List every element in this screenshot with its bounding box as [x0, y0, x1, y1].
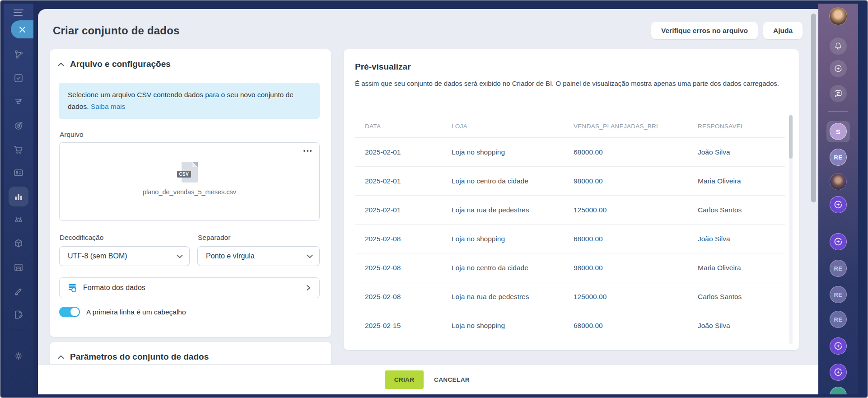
chat-transfer-button[interactable]: [830, 85, 847, 102]
cell-loja: Loja no centro da cidade: [452, 264, 574, 272]
cart-icon[interactable]: [13, 144, 24, 155]
more-options-icon[interactable]: [301, 146, 314, 155]
workspace-re-avatar[interactable]: RE: [830, 311, 847, 328]
file-settings-card: Arquivo e configurações Selecione um arq…: [50, 49, 331, 337]
cell-loja: Loja na rua de pedestres: [452, 206, 574, 214]
ai-swirl-icon: [833, 367, 844, 378]
data-format-icon: [68, 283, 77, 292]
section-title: Parâmetros do conjunto de dados: [70, 352, 209, 362]
first-row-header-toggle[interactable]: [59, 307, 80, 317]
share-network-icon[interactable]: [13, 49, 24, 60]
cell-loja: Loja no shopping: [452, 148, 574, 156]
cell-vendas: 125000.00: [574, 206, 698, 214]
notifications-button[interactable]: [830, 37, 847, 55]
workspace-re-avatar[interactable]: RE: [830, 149, 847, 166]
app-window: Criar conjunto de dados Verifique erros …: [0, 0, 868, 398]
close-button[interactable]: [11, 20, 33, 38]
app-logo-button[interactable]: [830, 337, 847, 355]
cell-vendas: 68000.00: [574, 322, 698, 330]
encoding-label: Decodificação: [60, 234, 103, 242]
data-format-button[interactable]: Formato dos dados: [59, 277, 320, 298]
learn-more-link[interactable]: Saiba mais: [91, 103, 126, 110]
cell-responsavel: Maria Oliveira: [698, 264, 785, 272]
cell-responsavel: João Silva: [698, 322, 785, 330]
cell-vendas: 125000.00: [574, 293, 698, 301]
cell-vendas: 98000.00: [574, 177, 698, 185]
close-icon: [19, 26, 26, 33]
pencil-icon[interactable]: [13, 286, 24, 297]
create-dataset-modal: Criar conjunto de dados Verifique erros …: [38, 9, 818, 394]
cell-data: 2025-02-01: [365, 148, 452, 156]
modal-footer: CRIAR CANCELAR: [38, 364, 818, 394]
checkbox-icon[interactable]: [13, 73, 24, 84]
create-button[interactable]: CRIAR: [385, 370, 424, 389]
cell-loja: Loja no shopping: [452, 235, 574, 243]
csv-badge: CSV: [177, 171, 191, 178]
page-scrollbar-thumb[interactable]: [811, 14, 816, 202]
chevron-up-icon: [58, 62, 64, 66]
teal-app-button[interactable]: [830, 387, 847, 394]
preview-title: Pré-visualizar: [355, 62, 411, 72]
separator-label: Separador: [198, 234, 230, 242]
uploaded-file: CSV plano_de_vendas_5_meses.csv: [60, 162, 319, 196]
separator-select[interactable]: Ponto e vírgula: [197, 246, 320, 266]
ai-assistant-button[interactable]: [830, 60, 847, 77]
help-button[interactable]: Ajuda: [763, 22, 803, 39]
app-logo-button[interactable]: [830, 233, 847, 250]
cell-data: 2025-02-01: [365, 206, 452, 214]
table-row: 2025-02-08 Loja no centro da cidade 9800…: [355, 253, 785, 282]
csv-file-icon: CSV: [182, 162, 198, 183]
preview-description: É assim que seu conjunto de dados será e…: [355, 77, 782, 90]
file-settings-header[interactable]: Arquivo e configurações: [58, 59, 171, 69]
cell-vendas: 98000.00: [574, 264, 698, 272]
ai-swirl-icon: [833, 236, 844, 247]
encoding-value: UTF-8 (sem BOM): [68, 252, 127, 260]
filter-levels-icon[interactable]: [13, 96, 24, 107]
cell-data: 2025-02-08: [365, 264, 452, 272]
ai-swirl-icon: [833, 341, 844, 351]
user-avatar[interactable]: [829, 7, 847, 25]
cell-responsavel: João Silva: [698, 148, 785, 156]
data-format-label: Formato dos dados: [83, 284, 145, 292]
table-body: 2025-02-01 Loja no shopping 68000.00 Joã…: [355, 138, 785, 340]
workspace-re-avatar[interactable]: RE: [830, 260, 847, 277]
encoding-select[interactable]: UTF-8 (sem BOM): [59, 246, 190, 266]
robot-icon[interactable]: [13, 215, 24, 225]
cell-responsavel: Carlos Santos: [698, 206, 785, 214]
section-title: Arquivo e configurações: [70, 59, 171, 69]
app-logo-button[interactable]: [830, 196, 847, 213]
cell-data: 2025-02-08: [365, 293, 452, 301]
right-sidebar: S RE RE RE RE: [818, 4, 858, 394]
gear-icon[interactable]: [13, 351, 24, 361]
box-icon[interactable]: [13, 238, 24, 249]
cancel-button[interactable]: CANCELAR: [434, 370, 470, 389]
id-card-icon[interactable]: [13, 167, 24, 178]
target-icon[interactable]: [13, 120, 24, 131]
workspace-s-avatar[interactable]: S: [830, 123, 847, 140]
workspace-re-avatar[interactable]: RE: [830, 286, 847, 303]
chevron-up-icon: [58, 355, 64, 359]
file-dropzone[interactable]: CSV plano_de_vendas_5_meses.csv: [59, 142, 320, 221]
check-errors-button[interactable]: Verifique erros no arquivo: [651, 22, 758, 39]
user-avatar-2[interactable]: [830, 173, 847, 190]
cell-loja: Loja na rua de pedestres: [452, 293, 574, 301]
bar-chart-icon[interactable]: [13, 191, 24, 202]
storage-icon[interactable]: [13, 262, 24, 273]
bell-icon: [833, 41, 843, 51]
first-row-header-label: A primeira linha é um cabeçalho: [86, 308, 186, 316]
preview-card: Pré-visualizar É assim que seu conjunto …: [344, 49, 799, 350]
cell-data: 2025-02-15: [365, 322, 452, 330]
table-row: 2025-02-01 Loja na rua de pedestres 1250…: [355, 196, 785, 225]
cell-data: 2025-02-08: [365, 235, 452, 243]
app-logo-button[interactable]: [830, 364, 847, 381]
cell-loja: Loja no centro da cidade: [452, 177, 574, 185]
cell-responsavel: João Silva: [698, 235, 785, 243]
document-edit-icon[interactable]: [13, 309, 24, 320]
menu-icon[interactable]: [14, 9, 23, 17]
chat-transfer-icon: [833, 89, 843, 98]
dataset-params-header[interactable]: Parâmetros do conjunto de dados: [58, 352, 209, 362]
table-scrollbar-thumb[interactable]: [789, 115, 793, 159]
sidebar-divider: [11, 330, 26, 330]
table-row: 2025-02-15 Loja no shopping 68000.00 Joã…: [355, 311, 785, 340]
ai-swirl-icon: [833, 199, 844, 210]
